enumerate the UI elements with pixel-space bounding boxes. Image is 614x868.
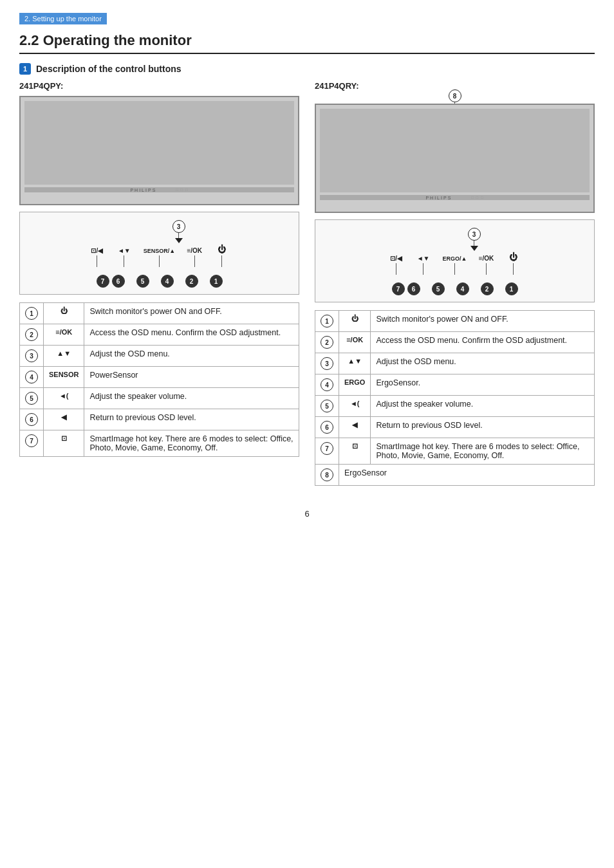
row-text: Switch monitor's power ON and OFF. (371, 311, 595, 332)
row-icon: ▲▼ (339, 353, 371, 374)
table-row: 8 ErgoSensor (315, 465, 595, 486)
row-num: 3 (315, 353, 339, 374)
table-row: 6 ◀ Return to previous OSD level. (20, 409, 299, 430)
row-text: ErgoSensor (339, 465, 595, 486)
row-text: Access the OSD menu. Confirm the OSD adj… (371, 332, 595, 353)
table-row: 3 ▲▼ Adjust the OSD menu. (20, 346, 299, 367)
row-text: SmartImage hot key. There are 6 modes to… (84, 430, 299, 457)
left-model-label: 241P4QPY: (19, 81, 299, 91)
left-button-diagram: 3 ⊡/◀ ◄▼ SENSOR/▲ (19, 212, 299, 295)
table-row: 3 ▲▼ Adjust the OSD menu. (315, 353, 595, 374)
subsection-text: Description of the control buttons (36, 64, 181, 74)
row-num: 7 (315, 438, 339, 465)
row-num: 4 (315, 374, 339, 396)
table-row: 4 SENSOR PowerSensor (20, 367, 299, 388)
row-num: 2 (315, 332, 339, 353)
row-icon: ⏻ (339, 311, 371, 332)
row-icon: ▲▼ (44, 346, 84, 367)
row-text: SmartImage hot key. There are 6 modes to… (371, 438, 595, 465)
row-num: 3 (20, 346, 44, 367)
row-icon: ⊡ (44, 430, 84, 457)
row-num: 8 (315, 465, 339, 486)
row-text: Switch monitor's power ON and OFF. (84, 303, 299, 324)
subsection-label: 1 Description of the control buttons (19, 63, 595, 75)
left-info-table: 1 ⏻ Switch monitor's power ON and OFF. 2… (19, 302, 299, 457)
table-row: 2 ≡/OK Access the OSD menu. Confirm the … (20, 324, 299, 346)
topbar-label: 2. Setting up the monitor (24, 15, 102, 23)
table-row: 1 ⏻ Switch monitor's power ON and OFF. (20, 303, 299, 324)
row-text: PowerSensor (84, 367, 299, 388)
row-icon: ≡/OK (339, 332, 371, 353)
row-num: 5 (20, 388, 44, 409)
row-icon: ⊡ (339, 438, 371, 465)
table-row: 1 ⏻ Switch monitor's power ON and OFF. (315, 311, 595, 332)
row-num: 5 (315, 396, 339, 417)
left-monitor-illustration: PHILIPS □ □ □ (19, 96, 299, 205)
right-button-diagram: 3 ⊡/◀ ◄▼ ERGO/▲ ≡/O (315, 219, 595, 302)
row-num: 1 (20, 303, 44, 324)
row-text: Adjust the OSD menu. (84, 346, 299, 367)
row-text: Access the OSD menu. Confirm the OSD adj… (84, 324, 299, 346)
row-num: 7 (20, 430, 44, 457)
table-row: 5 ◄( Adjust the speaker volume. (315, 396, 595, 417)
page-number: 6 (19, 509, 595, 519)
row-text: Adjust the OSD menu. (371, 353, 595, 374)
row-icon: SENSOR (44, 367, 84, 388)
row-icon: ◄( (44, 388, 84, 409)
table-row: 4 ERGO ErgoSensor. (315, 374, 595, 396)
subsection-badge: 1 (19, 63, 31, 75)
row-text: Return to previous OSD level. (84, 409, 299, 430)
row-icon: ERGO (339, 374, 371, 396)
row-icon: ◄( (339, 396, 371, 417)
table-row: 7 ⊡ SmartImage hot key. There are 6 mode… (20, 430, 299, 457)
row-icon: ⏻ (44, 303, 84, 324)
row-icon: ◀ (339, 417, 371, 438)
top-bar: 2. Setting up the monitor (19, 13, 107, 24)
row-num: 6 (20, 409, 44, 430)
row-text: ErgoSensor. (371, 374, 595, 396)
row-text: Adjust the speaker volume. (371, 396, 595, 417)
row-num: 2 (20, 324, 44, 346)
right-info-table: 1 ⏻ Switch monitor's power ON and OFF. 2… (315, 310, 595, 486)
row-text: Adjust the speaker volume. (84, 388, 299, 409)
table-row: 6 ◀ Return to previous OSD level. (315, 417, 595, 438)
right-monitor-illustration: PHILIPS □ □ □ (315, 104, 595, 213)
row-text: Return to previous OSD level. (371, 417, 595, 438)
row-icon: ≡/OK (44, 324, 84, 346)
row-icon: ◀ (44, 409, 84, 430)
left-column: 241P4QPY: PHILIPS □ □ □ 3 ⊡/◀ (19, 81, 299, 496)
row-num: 1 (315, 311, 339, 332)
right-column: 241P4QRY: 8 PHILIPS □ □ □ 3 (315, 81, 595, 496)
table-row: 7 ⊡ SmartImage hot key. There are 6 mode… (315, 438, 595, 465)
table-row: 5 ◄( Adjust the speaker volume. (20, 388, 299, 409)
table-row: 2 ≡/OK Access the OSD menu. Confirm the … (315, 332, 595, 353)
section-title: 2.2 Operating the monitor (19, 32, 595, 54)
row-num: 6 (315, 417, 339, 438)
row-num: 4 (20, 367, 44, 388)
